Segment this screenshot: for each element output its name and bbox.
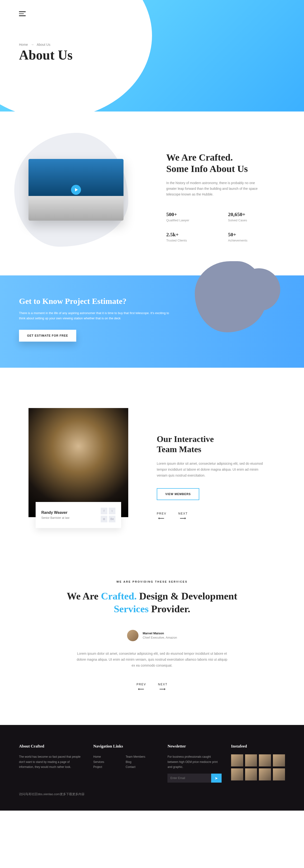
get-estimate-button[interactable]: GET ESTIMATE FOR FREE (19, 330, 76, 342)
team-next-button[interactable]: NEXT⟶ (178, 512, 188, 521)
footer-insta-heading: Instafeed (231, 744, 285, 749)
avatar (127, 630, 138, 641)
dribbble-icon[interactable]: ⊚ (101, 516, 107, 522)
insta-thumb[interactable] (259, 768, 271, 780)
services-desc: Lorem ipsum dolor sit amet, consectetur … (76, 651, 228, 669)
menu-icon[interactable] (19, 10, 26, 18)
footer: About Crafted The world has become so fa… (0, 725, 304, 811)
team-member-name: Randy Weaver (41, 510, 70, 515)
arrow-left-icon: ⟵ (157, 516, 166, 521)
footer-link-contact[interactable]: Contact (126, 765, 158, 770)
watermark-text: 访问鸟哥社区bbs.xienlao.com更多下载更多内容 (19, 792, 285, 796)
send-icon: ➤ (215, 776, 218, 780)
services-section: WE ARE PROVIDING THESE SERVICES We Are C… (0, 561, 304, 725)
team-portrait (28, 408, 128, 517)
footer-newsletter: Newsletter For business professionals ca… (167, 744, 221, 783)
team-prev-button[interactable]: PREV⟵ (157, 512, 166, 521)
services-eyebrow: WE ARE PROVIDING THESE SERVICES (0, 580, 304, 583)
insta-thumb[interactable] (273, 754, 285, 767)
hero-section: Home → About Us About Us (0, 0, 304, 112)
footer-about-heading: About Crafted (19, 744, 84, 749)
footer-link-blog[interactable]: Blog (126, 760, 158, 765)
arrow-right-icon: ⟶ (158, 686, 167, 692)
testimonial-author: Marvel Maison Chief Executive, Amazon (0, 630, 304, 641)
team-card: Randy Weaver Senior Barrister at law f t… (36, 502, 121, 528)
twitter-icon[interactable]: t (109, 508, 115, 514)
team-member-role: Senior Barrister at law (41, 516, 70, 520)
insta-thumb[interactable] (273, 768, 285, 780)
cta-blob-bg (195, 261, 285, 351)
play-icon[interactable] (71, 185, 81, 195)
author-title: Chief Executive, Amazon (143, 636, 177, 639)
about-text: We Are Crafted.Some Info About Us In the… (166, 152, 276, 242)
breadcrumb-current: About Us (36, 43, 50, 46)
about-crafted-section: We Are Crafted.Some Info About Us In the… (0, 112, 304, 275)
team-heading: Our InteractiveTeam Mates (157, 434, 276, 455)
footer-link-project[interactable]: Project (93, 765, 126, 770)
video-area (28, 152, 138, 242)
arrow-left-icon: ⟵ (137, 686, 146, 692)
footer-instafeed: Instafeed (231, 744, 285, 783)
stat-item: 500+Qualified Lawyer (166, 211, 214, 222)
stat-item: 2.5k+Trusted Clients (166, 231, 214, 242)
team-nav: PREV⟵ NEXT⟶ (157, 512, 276, 521)
insta-thumb[interactable] (231, 754, 243, 767)
email-input[interactable] (167, 774, 211, 783)
services-heading: We Are Crafted. Design & Development Ser… (0, 590, 304, 616)
insta-thumb[interactable] (245, 754, 257, 767)
footer-link-team[interactable]: Team Members (126, 754, 158, 760)
breadcrumb-home[interactable]: Home (19, 43, 28, 46)
footer-about-text: The world has become so fast paced that … (19, 754, 84, 770)
footer-link-home[interactable]: Home (93, 754, 126, 760)
breadcrumb-sep: → (31, 43, 34, 46)
footer-nav: Navigation Links Home Services Project T… (93, 744, 158, 783)
crafted-heading: We Are Crafted.Some Info About Us (166, 152, 276, 175)
services-next-button[interactable]: NEXT⟶ (158, 683, 167, 692)
page-title: About Us (19, 48, 73, 63)
team-socials: f t ⊚ Be (101, 508, 115, 522)
footer-link-services[interactable]: Services (93, 760, 126, 765)
footer-news-heading: Newsletter (167, 744, 221, 749)
video-card[interactable] (28, 159, 123, 221)
insta-thumb[interactable] (231, 768, 243, 780)
services-nav: PREV⟵ NEXT⟶ (0, 683, 304, 692)
breadcrumb: Home → About Us (19, 43, 50, 46)
stat-item: 20,650+Solved Cases (228, 211, 276, 222)
team-section: Randy Weaver Senior Barrister at law f t… (0, 368, 304, 561)
services-prev-button[interactable]: PREV⟵ (137, 683, 146, 692)
team-text: Our InteractiveTeam Mates Lorem ipsum do… (157, 408, 276, 521)
view-members-button[interactable]: VIEW MEMBERS (157, 488, 199, 500)
author-name: Marvel Maison (143, 631, 177, 635)
cta-section: Get to Know Project Estimate? There is a… (0, 275, 304, 368)
footer-news-text: For business professionals caught betwee… (167, 754, 221, 770)
cta-desc: There is a moment in the life of any asp… (19, 311, 171, 321)
crafted-desc: In the history of modern astronomy, ther… (166, 180, 266, 197)
team-portrait-area: Randy Weaver Senior Barrister at law f t… (28, 408, 128, 521)
footer-about: About Crafted The world has become so fa… (19, 744, 84, 783)
insta-thumb[interactable] (245, 768, 257, 780)
insta-thumb[interactable] (259, 754, 271, 767)
stats-grid: 500+Qualified Lawyer 20,650+Solved Cases… (166, 211, 276, 242)
behance-icon[interactable]: Be (109, 516, 115, 522)
email-submit-button[interactable]: ➤ (211, 774, 222, 783)
arrow-right-icon: ⟶ (178, 516, 188, 521)
stat-item: 50+Achievements (228, 231, 276, 242)
team-desc: Lorem ipsum dolor sit amet, consectetur … (157, 461, 266, 479)
facebook-icon[interactable]: f (101, 508, 107, 514)
footer-nav-heading: Navigation Links (93, 744, 158, 749)
